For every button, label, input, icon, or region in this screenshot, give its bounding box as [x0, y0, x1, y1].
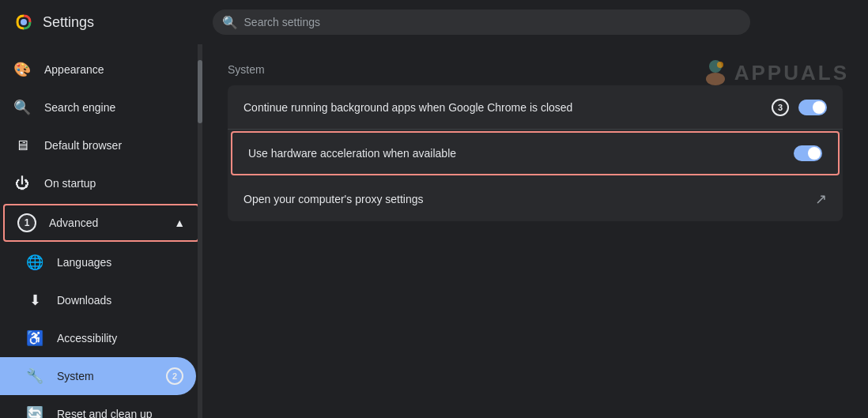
advanced-badge: 1: [17, 213, 36, 232]
search-icon: 🔍: [222, 15, 238, 30]
watermark-icon: [700, 57, 731, 88]
sidebar-item-downloads[interactable]: ⬇ Downloads: [0, 281, 196, 319]
background-apps-label: Continue running background apps when Go…: [243, 101, 772, 114]
sidebar-item-on-startup[interactable]: ⏻ On startup: [0, 164, 196, 202]
proxy-settings-row: Open your computer's proxy settings ↗: [228, 177, 843, 221]
accessibility-icon: ♿: [25, 330, 44, 347]
system-badge: 2: [166, 367, 183, 385]
watermark: APPUALS: [700, 57, 849, 88]
sidebar: 🎨 Appearance 🔍 Search engine 🖥 Default b…: [0, 44, 202, 418]
svg-point-1: [21, 19, 27, 25]
sidebar-item-label: On startup: [44, 177, 96, 190]
default-browser-icon: 🖥: [13, 137, 32, 154]
sidebar-item-reset[interactable]: 🔄 Reset and clean up: [0, 395, 196, 418]
sidebar-item-system[interactable]: 🔧 System 2: [0, 357, 196, 395]
hardware-acceleration-toggle[interactable]: [794, 145, 822, 161]
proxy-settings-label: Open your computer's proxy settings: [243, 193, 815, 205]
page-title: Settings: [43, 14, 94, 31]
languages-icon: 🌐: [25, 254, 44, 271]
sidebar-item-search-engine[interactable]: 🔍 Search engine: [0, 88, 196, 126]
svg-point-3: [706, 73, 725, 85]
search-engine-icon: 🔍: [13, 99, 32, 116]
advanced-label: Advanced: [49, 217, 98, 229]
settings-card: Continue running background apps when Go…: [228, 85, 843, 221]
hardware-acceleration-label: Use hardware acceleration when available: [248, 147, 794, 160]
svg-point-4: [717, 62, 723, 68]
logo: Settings: [13, 11, 94, 33]
background-apps-toggle[interactable]: [798, 100, 827, 115]
sidebar-item-label: Appearance: [44, 63, 104, 76]
chrome-logo-icon: [13, 11, 35, 33]
on-startup-icon: ⏻: [13, 175, 32, 192]
advanced-section-header[interactable]: 1 Advanced ▲: [3, 204, 199, 242]
topbar: Settings 🔍: [0, 0, 868, 44]
background-apps-row: Continue running background apps when Go…: [228, 85, 843, 130]
external-link-icon[interactable]: ↗: [815, 190, 827, 208]
sidebar-item-label: Downloads: [57, 294, 111, 307]
advanced-chevron-icon: ▲: [174, 217, 185, 229]
sidebar-item-label: Default browser: [44, 139, 122, 152]
sidebar-item-languages[interactable]: 🌐 Languages: [0, 243, 196, 281]
sidebar-item-default-browser[interactable]: 🖥 Default browser: [0, 126, 196, 164]
sidebar-item-label: Accessibility: [57, 332, 117, 345]
appearance-icon: 🎨: [13, 61, 32, 78]
search-bar: 🔍: [213, 9, 750, 35]
sidebar-item-appearance[interactable]: 🎨 Appearance: [0, 51, 196, 88]
content-area: APPUALS System Continue running backgrou…: [202, 44, 868, 418]
badge-3: 3: [772, 99, 789, 116]
system-icon: 🔧: [25, 367, 44, 385]
search-input[interactable]: [213, 9, 750, 35]
main-layout: 🎨 Appearance 🔍 Search engine 🖥 Default b…: [0, 44, 868, 418]
sidebar-item-label: Reset and clean up: [57, 408, 153, 418]
sidebar-item-label: Search engine: [44, 101, 115, 114]
sidebar-item-label: Languages: [57, 256, 111, 269]
hardware-acceleration-row: Use hardware acceleration when available: [231, 131, 840, 175]
sidebar-item-accessibility[interactable]: ♿ Accessibility: [0, 319, 196, 357]
downloads-icon: ⬇: [25, 292, 44, 309]
reset-icon: 🔄: [25, 405, 44, 418]
sidebar-item-label: System: [57, 370, 94, 382]
